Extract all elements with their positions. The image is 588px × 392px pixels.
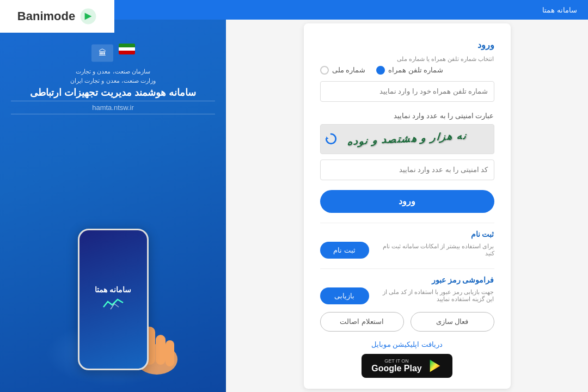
top-bar-left-label: سامانه همتا xyxy=(542,6,577,14)
captcha-refresh-icon[interactable] xyxy=(325,133,337,145)
captcha-text: نه هزار و هشتصد و نوده xyxy=(347,130,468,148)
captcha-label: عبارت امنیتی را به عدد وارد نمایید xyxy=(320,112,494,120)
system-title: سامانه هوشمند مدیریت تجهیزات ارتباطی xyxy=(11,87,215,99)
captcha-section: عبارت امنیتی را به عدد وارد نمایید نه هز… xyxy=(320,112,494,180)
radio-phone-circle[interactable] xyxy=(376,66,385,75)
svg-rect-7 xyxy=(166,340,174,366)
radio-phone[interactable]: شماره تلفن همراه xyxy=(376,66,443,75)
svg-marker-9 xyxy=(326,137,328,139)
system-url: hamta.ntsw.ir xyxy=(11,101,215,114)
svg-text:🏛: 🏛 xyxy=(99,48,106,57)
org-logos: 🏛 xyxy=(11,44,215,63)
authenticity-button[interactable]: استعلام اصالت xyxy=(320,312,404,332)
radio-hint: انتخاب شماره تلفن همراه یا شماره ملی xyxy=(320,56,494,63)
phone-screen: سامانه همتا xyxy=(79,230,147,369)
banimode-icon xyxy=(79,8,97,25)
radio-national-label: شماره ملی xyxy=(332,66,366,74)
forgot-password-button[interactable]: بازیابی xyxy=(320,287,369,304)
download-label: دریافت اپلیکیشن موبایل xyxy=(320,340,494,348)
svg-rect-6 xyxy=(156,335,166,365)
forgot-password-row: جهت بازیابی رمز عبور با استفاده از کد مل… xyxy=(320,287,494,304)
forgot-password-title: فراموشی رمز عبور xyxy=(320,275,494,284)
org-logo-icon: 🏛 xyxy=(91,44,113,63)
forgot-password-desc: جهت بازیابی رمز عبور با استفاده از کد مل… xyxy=(378,289,494,303)
bottom-actions: فعال سازی استعلام اصالت xyxy=(320,312,494,332)
forgot-password-section: فراموشی رمز عبور جهت بازیابی رمز عبور با… xyxy=(320,275,494,304)
register-button[interactable]: ثبت نام xyxy=(320,242,369,259)
activate-button[interactable]: فعال سازی xyxy=(411,312,494,332)
radio-national[interactable]: شماره ملی xyxy=(320,66,366,75)
captcha-input[interactable] xyxy=(320,160,494,180)
google-play-icon xyxy=(427,358,443,373)
divider-2 xyxy=(320,268,494,269)
google-play-text: GET IT ON Google Play xyxy=(371,358,421,373)
register-title: ثبت نام xyxy=(320,230,494,238)
login-card: ورود انتخاب شماره تلفن همراه یا شماره مل… xyxy=(304,23,511,389)
login-button[interactable]: ورود xyxy=(320,190,494,213)
phone-app-title: سامانه همتا xyxy=(95,285,131,294)
register-desc: برای استفاده بیشتر از امکانات سامانه ثبت… xyxy=(378,243,494,257)
register-row: برای استفاده بیشتر از امکانات سامانه ثبت… xyxy=(320,242,494,259)
svg-marker-10 xyxy=(430,359,440,371)
phone-input[interactable] xyxy=(320,81,494,102)
main-panel: ورود انتخاب شماره تلفن همراه یا شماره مل… xyxy=(226,20,588,392)
download-section: دریافت اپلیکیشن موبایل GET IT ON xyxy=(320,340,494,378)
org-name-1: سازمان صنعت، معدن و تجارت xyxy=(11,68,215,75)
banimode-logo[interactable]: Banimode xyxy=(0,0,114,33)
divider-1 xyxy=(320,223,494,223)
banimode-text: Banimode xyxy=(17,9,75,23)
register-section: ثبت نام برای استفاده بیشتر از امکانات سا… xyxy=(320,230,494,259)
login-title: ورود xyxy=(320,40,494,50)
radio-national-circle[interactable] xyxy=(320,66,329,75)
captcha-image-box: نه هزار و هشتصد و نوده xyxy=(320,124,494,154)
left-panel: 🏛 سازمان صنعت، معدن و تجارت وزارت صنعت، … xyxy=(0,0,226,392)
google-play-button[interactable]: GET IT ON Google Play xyxy=(362,354,452,378)
phone-mockup: سامانه همتا xyxy=(59,180,168,370)
hamta-info: 🏛 سازمان صنعت، معدن و تجارت وزارت صنعت، … xyxy=(11,44,215,120)
radio-phone-label: شماره تلفن همراه xyxy=(388,66,443,74)
phone-body: سامانه همتا xyxy=(78,229,149,370)
radio-group: شماره تلفن همراه شماره ملی xyxy=(320,66,494,75)
iran-flag xyxy=(119,44,135,54)
org-name-2: وزارت صنعت، معدن و تجارت ایران xyxy=(11,77,215,84)
